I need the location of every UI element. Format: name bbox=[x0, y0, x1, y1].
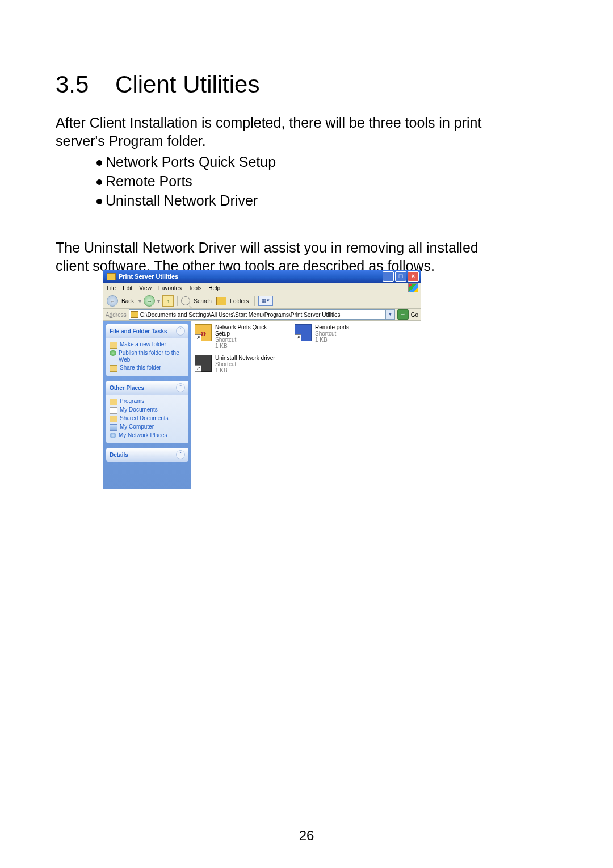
bullet-item: Uninstall Network Driver bbox=[106, 192, 258, 208]
share-folder-icon bbox=[110, 365, 117, 372]
menu-file[interactable]: File bbox=[107, 285, 116, 291]
new-folder-icon bbox=[110, 342, 117, 349]
place-my-documents[interactable]: My Documents bbox=[110, 406, 185, 414]
address-input[interactable]: C:\Documents and Settings\All Users\Star… bbox=[129, 309, 395, 320]
search-icon[interactable] bbox=[181, 296, 190, 305]
panel-title: File and Folder Tasks bbox=[110, 328, 167, 334]
file-item-uninstall-network-driver[interactable]: Uninstall Network driver Shortcut 1 KB bbox=[195, 355, 280, 374]
page-number: 26 bbox=[0, 828, 613, 844]
file-size: 1 KB bbox=[215, 343, 280, 349]
shortcut-icon bbox=[295, 324, 312, 341]
back-label: Back bbox=[121, 298, 134, 304]
toolbar: ← Back ▾ → ▾ ↑ Search Folders ▦▾ bbox=[103, 293, 421, 309]
views-button[interactable]: ▦▾ bbox=[258, 296, 273, 306]
heading-title: Client Utilities bbox=[115, 71, 259, 98]
file-list[interactable]: Network Ports Quick Setup Shortcut 1 KB … bbox=[191, 321, 421, 489]
folder-icon bbox=[107, 273, 116, 280]
bullet-item: Remote Ports bbox=[106, 173, 192, 189]
folder-icon bbox=[110, 399, 117, 405]
window-title: Print Server Utilities bbox=[119, 273, 178, 280]
minimize-button[interactable]: _ bbox=[383, 271, 394, 282]
file-name: Network Ports Quick Setup bbox=[215, 324, 280, 337]
task-share[interactable]: Share this folder bbox=[110, 364, 185, 372]
place-programs[interactable]: Programs bbox=[110, 398, 185, 405]
address-bar: Address C:\Documents and Settings\All Us… bbox=[103, 309, 421, 321]
expand-button[interactable]: ˇ bbox=[176, 450, 185, 459]
menu-help[interactable]: Help bbox=[208, 285, 220, 291]
address-dropdown[interactable]: ▾ bbox=[385, 310, 394, 319]
task-publish[interactable]: Publish this folder to the Web bbox=[110, 350, 185, 363]
folders-icon[interactable] bbox=[216, 297, 226, 305]
forward-dropdown[interactable]: ▾ bbox=[157, 298, 160, 304]
folders-label[interactable]: Folders bbox=[230, 298, 249, 304]
bullet-icon bbox=[96, 160, 102, 166]
details-panel: Details ˇ bbox=[106, 448, 188, 462]
collapse-button[interactable]: ˆ bbox=[176, 326, 185, 336]
address-label: Address bbox=[106, 312, 127, 318]
folder-icon bbox=[110, 416, 117, 422]
shortcut-arrow-icon bbox=[195, 365, 201, 372]
shortcut-arrow-icon bbox=[195, 334, 201, 341]
bullet-list: Network Ports Quick Setup Remote Ports U… bbox=[96, 152, 276, 210]
explorer-window: Print Server Utilities _ □ × File Edit V… bbox=[103, 270, 421, 488]
computer-icon bbox=[110, 424, 117, 431]
section-heading: 3.5 Client Utilities bbox=[56, 71, 259, 98]
back-dropdown[interactable]: ▾ bbox=[138, 298, 141, 304]
file-item-network-ports-quick-setup[interactable]: Network Ports Quick Setup Shortcut 1 KB bbox=[195, 324, 280, 349]
menu-bar: File Edit View Favorites Tools Help bbox=[103, 283, 421, 293]
shortcut-icon bbox=[195, 324, 212, 341]
file-type: Shortcut bbox=[315, 330, 349, 337]
forward-button[interactable]: → bbox=[144, 295, 155, 307]
go-button[interactable]: → bbox=[397, 309, 409, 320]
other-places-panel: Other Places ˆ Programs My Documents Sha… bbox=[106, 381, 188, 443]
menu-edit[interactable]: Edit bbox=[123, 285, 132, 291]
file-name: Remote ports bbox=[315, 324, 349, 330]
file-name: Uninstall Network driver bbox=[215, 355, 275, 361]
document-icon bbox=[110, 407, 117, 414]
bullet-icon bbox=[96, 199, 102, 204]
shortcut-icon bbox=[195, 355, 212, 372]
windows-logo-icon bbox=[408, 283, 418, 292]
heading-number: 3.5 bbox=[56, 71, 89, 98]
search-label[interactable]: Search bbox=[194, 298, 212, 304]
back-button[interactable]: ← bbox=[107, 295, 118, 307]
menu-favorites[interactable]: Favorites bbox=[158, 285, 182, 291]
file-size: 1 KB bbox=[215, 367, 275, 374]
place-my-network-places[interactable]: My Network Places bbox=[110, 432, 185, 439]
maximize-button[interactable]: □ bbox=[395, 271, 406, 282]
address-path: C:\Documents and Settings\All Users\Star… bbox=[140, 312, 341, 318]
shortcut-arrow-icon bbox=[295, 334, 301, 341]
place-my-computer[interactable]: My Computer bbox=[110, 423, 185, 431]
network-icon bbox=[110, 433, 116, 438]
separator bbox=[177, 296, 178, 306]
titlebar[interactable]: Print Server Utilities _ □ × bbox=[103, 270, 421, 283]
close-button[interactable]: × bbox=[408, 271, 419, 282]
file-type: Shortcut bbox=[215, 337, 280, 343]
file-folder-tasks-panel: File and Folder Tasks ˆ Make a new folde… bbox=[106, 324, 188, 376]
separator bbox=[254, 296, 255, 306]
bullet-icon bbox=[96, 179, 102, 185]
panel-title: Details bbox=[110, 452, 128, 458]
file-size: 1 KB bbox=[315, 337, 349, 343]
task-make-folder[interactable]: Make a new folder bbox=[110, 341, 185, 349]
go-label: Go bbox=[411, 312, 418, 318]
bullet-item: Network Ports Quick Setup bbox=[106, 154, 276, 170]
up-button[interactable]: ↑ bbox=[162, 295, 174, 307]
panel-title: Other Places bbox=[110, 385, 144, 391]
menu-tools[interactable]: Tools bbox=[188, 285, 201, 291]
globe-icon bbox=[110, 350, 116, 356]
intro-paragraph: After Client Installation is completed, … bbox=[56, 114, 504, 150]
file-type: Shortcut bbox=[215, 361, 275, 367]
file-item-remote-ports[interactable]: Remote ports Shortcut 1 KB bbox=[295, 324, 380, 349]
folder-icon bbox=[131, 311, 138, 318]
place-shared-documents[interactable]: Shared Documents bbox=[110, 415, 185, 422]
collapse-button[interactable]: ˆ bbox=[176, 383, 185, 392]
menu-view[interactable]: View bbox=[139, 285, 152, 291]
task-pane: File and Folder Tasks ˆ Make a new folde… bbox=[103, 321, 191, 489]
